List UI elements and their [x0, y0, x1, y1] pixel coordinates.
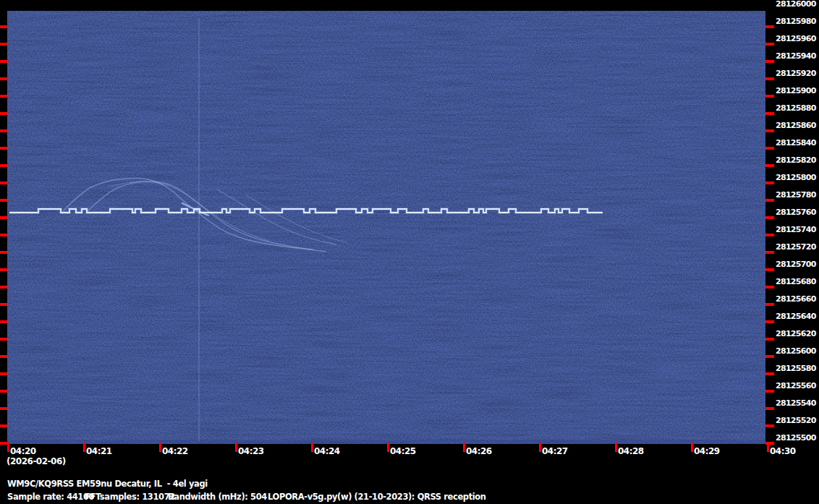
param-group-0: Sample rate: 44100: [7, 492, 94, 502]
date-label: (2026-02-06): [7, 456, 66, 466]
freq-label-28125700: 28125700: [776, 260, 816, 270]
freq-tick-right: [765, 95, 774, 98]
freq-label-28125560: 28125560: [776, 381, 816, 391]
freq-tick-right: [765, 286, 774, 289]
freq-label-28125820: 28125820: [776, 155, 816, 166]
time-label-04:26: 04:26: [466, 446, 492, 456]
time-tick: [539, 443, 541, 452]
freq-tick-left: [0, 25, 7, 28]
waterfall-bottom-band: [7, 440, 765, 444]
freq-tick-left: [0, 390, 7, 393]
freq-tick-left: [0, 320, 7, 323]
waterfall-canvas: [7, 11, 765, 444]
freq-tick-left: [0, 199, 7, 202]
freq-tick-left: [0, 355, 7, 358]
freq-label-28125620: 28125620: [776, 329, 816, 339]
freq-label-28125680: 28125680: [776, 277, 816, 287]
time-label-04:21: 04:21: [86, 446, 112, 456]
time-tick: [311, 443, 313, 452]
freq-tick-left: [0, 43, 7, 46]
time-label-04:25: 04:25: [390, 446, 416, 456]
freq-tick-left: [0, 60, 7, 63]
freq-tick-right: [765, 303, 774, 306]
freq-tick-left: [0, 286, 7, 289]
freq-label-28125580: 28125580: [776, 364, 816, 374]
freq-tick-left: [0, 95, 7, 98]
freq-tick-right: [765, 181, 774, 184]
freq-label-28125880: 28125880: [776, 103, 816, 114]
freq-label-28125780: 28125780: [776, 190, 816, 200]
time-tick: [83, 443, 85, 452]
freq-tick-left: [0, 338, 7, 341]
param-group-2: Bandwidth (mHz): 504: [168, 492, 267, 502]
freq-label-28125740: 28125740: [776, 225, 816, 235]
freq-tick-left: [0, 424, 7, 427]
freq-tick-right: [765, 338, 774, 341]
time-label-04:30: 04:30: [770, 446, 796, 456]
freq-tick-left: [0, 164, 7, 167]
freq-tick-left: [0, 442, 7, 445]
time-label-04:23: 04:23: [238, 446, 264, 456]
time-tick: [615, 443, 617, 452]
freq-label-28125960: 28125960: [776, 34, 816, 44]
param-group-3: LOPORA-v5g.py(w) (21-10-2023): QRSS rece…: [268, 492, 486, 502]
freq-label-28125980: 28125980: [776, 17, 816, 27]
freq-tick-right: [765, 372, 774, 375]
freq-tick-right: [765, 164, 774, 167]
qrss-grabber-screen: 2812600028125980281259602812594028125920…: [0, 0, 819, 504]
freq-label-28125720: 28125720: [776, 242, 816, 252]
time-label-04:22: 04:22: [162, 446, 188, 456]
freq-tick-right: [765, 424, 774, 427]
time-tick: [235, 443, 237, 452]
freq-label-28125800: 28125800: [776, 173, 816, 183]
time-label-04:24: 04:24: [314, 446, 340, 456]
time-tick: [691, 443, 693, 452]
time-tick: [159, 443, 161, 452]
freq-tick-right: [765, 390, 774, 393]
freq-label-28125520: 28125520: [776, 416, 816, 426]
time-label-04:20: 04:20: [10, 446, 36, 456]
freq-tick-right: [765, 147, 774, 150]
freq-tick-right: [765, 407, 774, 410]
freq-tick-right: [765, 25, 774, 28]
station-info-line: WM9C/KQ9RSS EM59nu Decatur, IL - 4el yag…: [7, 479, 208, 489]
time-tick: [387, 443, 389, 452]
freq-tick-right: [765, 199, 774, 202]
freq-tick-left: [0, 268, 7, 271]
freq-tick-left: [0, 372, 7, 375]
freq-tick-left: [0, 216, 7, 219]
time-label-04:28: 04:28: [618, 446, 644, 456]
freq-label-28125920: 28125920: [776, 69, 816, 79]
freq-label-28125760: 28125760: [776, 208, 816, 218]
freq-label-28125940: 28125940: [776, 51, 816, 61]
freq-tick-left: [0, 77, 7, 80]
freq-tick-left: [0, 407, 7, 410]
freq-label-28125840: 28125840: [776, 138, 816, 148]
time-label-04:29: 04:29: [694, 446, 720, 456]
freq-tick-right: [765, 355, 774, 358]
freq-tick-right: [765, 43, 774, 46]
freq-label-28126000: 28126000: [776, 0, 816, 9]
freq-tick-right: [765, 129, 774, 132]
freq-tick-left: [0, 112, 7, 115]
freq-label-28125860: 28125860: [776, 121, 816, 131]
freq-tick-left: [0, 251, 7, 254]
time-tick: [7, 443, 9, 452]
time-tick: [767, 443, 769, 452]
freq-tick-right: [765, 234, 774, 236]
freq-label-28125660: 28125660: [776, 294, 816, 304]
freq-label-28125600: 28125600: [776, 346, 816, 356]
freq-label-28125640: 28125640: [776, 312, 816, 322]
freq-tick-left: [0, 234, 7, 236]
freq-label-28125500: 28125500: [776, 433, 816, 443]
freq-tick-right: [765, 268, 774, 271]
waterfall-noise-streaks: [7, 11, 765, 444]
freq-tick-left: [0, 181, 7, 184]
param-group-1: FFTsamples: 131072: [85, 492, 175, 502]
freq-tick-left: [0, 147, 7, 150]
freq-label-28125540: 28125540: [776, 398, 816, 409]
time-tick: [463, 443, 465, 452]
freq-tick-right: [765, 77, 774, 80]
freq-tick-right: [765, 112, 774, 115]
waterfall-spectrogram: [7, 11, 765, 444]
